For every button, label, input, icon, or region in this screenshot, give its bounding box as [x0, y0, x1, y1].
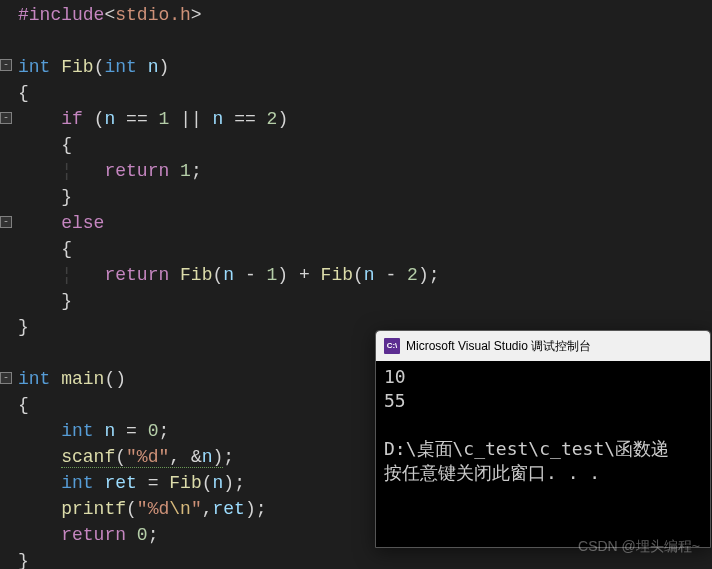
- debug-console-window[interactable]: C:\ Microsoft Visual Studio 调试控制台 10 55 …: [375, 330, 711, 548]
- code-line: ¦ return Fib(n - 1) + Fib(n - 2);: [0, 262, 712, 288]
- code-line: ¦ return 1;: [0, 158, 712, 184]
- code-line: }: [0, 184, 712, 210]
- fold-icon[interactable]: -: [0, 216, 12, 228]
- console-title-bar[interactable]: C:\ Microsoft Visual Studio 调试控制台: [376, 331, 710, 361]
- code-line: int Fib(int n): [0, 54, 712, 80]
- fold-icon[interactable]: -: [0, 372, 12, 384]
- console-title: Microsoft Visual Studio 调试控制台: [406, 333, 591, 359]
- code-line: {: [0, 236, 712, 262]
- code-line: }: [0, 288, 712, 314]
- fold-icon[interactable]: -: [0, 112, 12, 124]
- code-line: [0, 28, 712, 54]
- code-line: {: [0, 80, 712, 106]
- vs-icon: C:\: [384, 338, 400, 354]
- fold-icon[interactable]: -: [0, 59, 12, 71]
- code-line: else: [0, 210, 712, 236]
- code-line: if (n == 1 || n == 2): [0, 106, 712, 132]
- console-output: 10 55 D:\桌面\c_test\c_test\函数递 按任意键关闭此窗口.…: [376, 361, 710, 489]
- watermark: CSDN @埋头编程~: [578, 533, 700, 559]
- code-line: #include<stdio.h>: [0, 2, 712, 28]
- editor-gutter: - - - -: [0, 0, 14, 569]
- code-line: {: [0, 132, 712, 158]
